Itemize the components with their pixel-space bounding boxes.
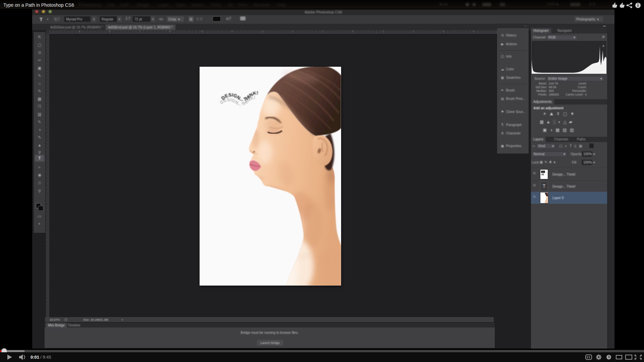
svg-text:0:01: 0:01 (31, 355, 39, 360)
svg-text:/ 9:45: / 9:45 (40, 355, 51, 360)
